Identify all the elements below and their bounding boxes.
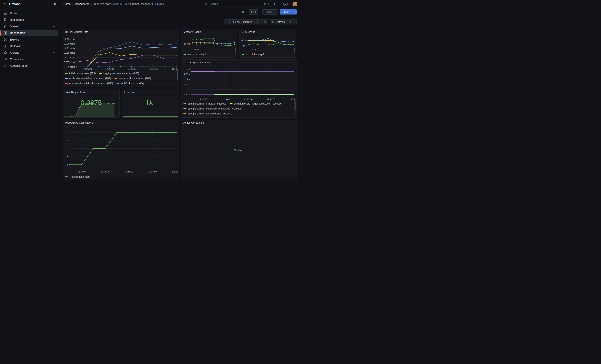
legend-label: resources/templates/list - success (200) — [69, 82, 113, 85]
chevron-down-icon — [53, 32, 55, 34]
sidebar-item-administration[interactable]: Administration — [0, 63, 58, 69]
plus-icon: + — [273, 2, 276, 6]
search-shortcut: ⌘+k — [264, 2, 269, 5]
legend-item[interactable]: - (streamable-http) — [65, 176, 90, 178]
panel-title[interactable]: MCP Active Connections — [63, 120, 179, 126]
sidebar-item-bookmarks[interactable]: Bookmarks — [0, 17, 58, 23]
svg-text:12:26:00: 12:26:00 — [106, 68, 114, 70]
refresh-button[interactable]: Refresh — [270, 19, 287, 24]
mcp-request-duration-chart[interactable]: 5 s4.50 s4 s3.50 s3 s2.50 s12:25:0012:26… — [182, 65, 296, 101]
error-rate-sparkline[interactable] — [123, 113, 178, 117]
sidebar-item-label: Alerting — [10, 51, 19, 54]
sidebar-item-dashboards[interactable]: Dashboards — [0, 30, 58, 36]
chevron-down-icon — [53, 51, 55, 54]
zoom-out-button[interactable] — [263, 19, 268, 24]
legend-item[interactable]: 95th percentile - initialize - success — [183, 102, 226, 105]
user-avatar[interactable] — [292, 2, 297, 6]
legend-row: 95th percentile - resources/templates/li… — [183, 116, 293, 117]
time-shift-back-button[interactable] — [224, 19, 230, 24]
time-range-label: Last 5 minutes — [235, 20, 252, 23]
panel-title[interactable]: Total Request Rate — [63, 89, 120, 95]
legend-color-chip — [183, 113, 186, 114]
top-nav: Grafana Home › Dashboards › ToolHive MCP… — [0, 0, 300, 8]
legend-label: resources/list - success (200) — [119, 77, 151, 80]
sidebar-item-label: Administration — [10, 64, 28, 67]
panel-title[interactable]: CPU Usage — [240, 29, 296, 35]
legend-color-chip — [183, 108, 186, 109]
legend-item[interactable]: 95th percentile - resources/list - succe… — [183, 112, 232, 115]
top-nav-left: Grafana — [0, 2, 60, 6]
svg-text:0.015 req/s: 0.015 req/s — [64, 52, 75, 54]
legend-item[interactable]: 95th percentile - notifications/initiali… — [183, 107, 241, 110]
panel-title[interactable]: HTTP Request Rate — [63, 29, 179, 35]
chevron-down-icon — [293, 11, 296, 13]
legend-item[interactable]: logging/setLevel - success (200) — [99, 72, 139, 75]
sidebar-item-drilldown[interactable]: Drilldown — [0, 43, 58, 49]
svg-text:12:27:00: 12:27:00 — [125, 170, 133, 173]
svg-text:12:29:00: 12:29:00 — [172, 170, 178, 173]
help-button[interactable]: ? — [283, 2, 288, 6]
sidebar-item-label: Drilldown — [10, 45, 21, 48]
legend-item[interactable]: fetch-telemetry-0 — [183, 53, 206, 56]
compass-icon — [3, 38, 7, 41]
sidebar-item-explore[interactable]: Explore — [0, 36, 58, 43]
share-button[interactable]: Share — [280, 9, 292, 14]
svg-text:1.5: 1.5 — [65, 155, 68, 158]
memory-usage-legend: fetch-telemetry-0 — [183, 52, 234, 56]
legend-color-chip — [99, 73, 102, 74]
edit-button[interactable]: Edit — [249, 9, 258, 14]
legend-row: initialize - success (200)logging/setLev… — [65, 71, 176, 76]
cpu-usage-chart[interactable]: 0.2%0%12:25 — [240, 35, 295, 51]
legend-item[interactable]: resources/list - success (200) — [114, 77, 151, 80]
legend-item[interactable]: notifications/initialized - success (202… — [65, 77, 111, 80]
legend-scrollbar[interactable] — [293, 48, 295, 56]
legend-item[interactable]: resources/templates/list - success (200) — [65, 82, 113, 85]
search-box[interactable]: ⌘+k — [203, 1, 271, 7]
search-input[interactable] — [210, 2, 262, 5]
sidebar-item-starred[interactable]: Starred — [0, 23, 58, 30]
legend-scrollbar[interactable] — [234, 48, 236, 56]
mcp-active-connections-chart[interactable]: 32.521.5112:25:0012:26:0012:27:0012:28:0… — [64, 126, 178, 173]
legend-row: 95th percentile - resources/list - succe… — [183, 111, 293, 116]
error-rate-value: 0% — [122, 98, 179, 107]
chevron-right-icon — [259, 21, 261, 23]
sidebar-toggle-icon[interactable] — [54, 2, 58, 6]
sidebar-item-alerting[interactable]: Alerting — [0, 49, 58, 56]
svg-text:12:25:00: 12:25:00 — [77, 170, 86, 173]
time-shift-forward-button[interactable] — [257, 19, 263, 24]
memory-usage-chart[interactable]: 16 MiB12:25 — [182, 35, 236, 51]
legend-label: - (streamable-http) — [69, 176, 90, 178]
legend-item[interactable]: tools/call - error (404) — [116, 82, 144, 85]
svg-text:12:26:00: 12:26:00 — [101, 170, 110, 173]
svg-text:0.005 req/s: 0.005 req/s — [64, 61, 75, 63]
breadcrumb-home[interactable]: Home — [63, 2, 70, 5]
legend-row: 95th percentile - notifications/initiali… — [183, 106, 293, 111]
sidebar-item-home[interactable]: Home — [0, 10, 58, 17]
favorite-star-icon[interactable] — [241, 10, 245, 14]
breadcrumb-dashboards[interactable]: Dashboards — [75, 2, 90, 5]
panel-title[interactable]: MCP Request Duration — [181, 59, 297, 65]
legend-item[interactable]: fetch-telemetry-0 — [242, 53, 265, 56]
chevron-down-icon — [53, 45, 55, 48]
total-request-rate-value: 0.0875 — [63, 98, 120, 106]
legend-item[interactable]: 95th percentile - logging/setLevel - suc… — [230, 102, 282, 105]
panel-title[interactable]: Error Rate — [122, 89, 179, 95]
error-rate-unit: % — [151, 102, 154, 106]
time-range-picker[interactable]: Last 5 minutes — [229, 19, 258, 24]
refresh-interval-picker[interactable]: 5s — [287, 19, 297, 24]
sidebar-item-connections[interactable]: Connections — [0, 56, 58, 62]
mcp-active-connections-legend: - (streamable-http) — [65, 174, 176, 179]
share-dropdown-button[interactable] — [292, 9, 297, 14]
legend-scrollbar[interactable] — [294, 100, 296, 117]
http-request-rate-chart[interactable]: 0 req/s0.005 req/s0.01 req/s0.015 req/s0… — [64, 35, 178, 71]
sidebar: Home Bookmarks Starred Dashboards Explor… — [0, 8, 60, 182]
legend-label: tools/call - error (404) — [121, 82, 144, 85]
add-new-button[interactable]: + — [273, 2, 279, 6]
svg-text:5 s: 5 s — [187, 68, 190, 70]
legend-color-chip — [242, 54, 244, 55]
legend-item[interactable]: initialize - success (200) — [65, 72, 96, 75]
legend-scrollbar[interactable] — [177, 70, 178, 86]
panel-title[interactable]: Memory Usage — [181, 29, 237, 35]
export-button[interactable]: Export — [262, 9, 278, 14]
home-icon — [3, 11, 7, 15]
